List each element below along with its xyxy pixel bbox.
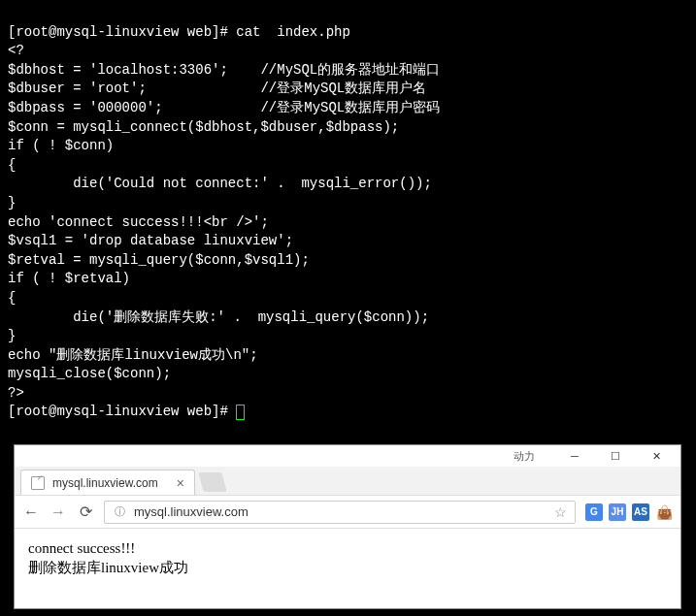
code-line: mysqli_close($conn); — [8, 366, 171, 381]
code-line: $dbhost = 'localhost:3306'; //MySQL的服务器地… — [8, 62, 440, 78]
translate-extension-icon[interactable]: G — [585, 503, 603, 521]
prompt-line-2[interactable]: [root@mysql-linuxview web]# — [8, 404, 236, 419]
code-line: if ( ! $retval) — [8, 271, 130, 286]
new-tab-button[interactable] — [198, 472, 226, 492]
code-line: echo 'connect success!!!<br />'; — [8, 214, 269, 230]
tab-title: mysql.linuxview.com — [52, 476, 167, 490]
prompt-line-1: [root@mysql-linuxview web]# cat index.ph… — [8, 24, 350, 40]
extension-icons: G JH AS 👜 — [585, 503, 673, 521]
code-line: $retval = mysqli_query($conn,$vsql1); — [8, 252, 310, 268]
forward-button[interactable]: → — [50, 503, 67, 521]
page-line-2: 删除数据库linuxview成功 — [28, 558, 667, 577]
code-line: { — [8, 290, 16, 306]
code-line: ?> — [8, 385, 24, 401]
code-line: $dbuser = 'root'; //登录MySQL数据库用户名 — [8, 81, 426, 96]
url-text: mysql.linuxview.com — [134, 504, 547, 519]
jar-extension-icon[interactable]: 👜 — [655, 503, 673, 521]
minimize-button[interactable]: ─ — [554, 446, 595, 466]
close-button[interactable]: ✕ — [636, 446, 677, 466]
jh-extension-icon[interactable]: JH — [609, 503, 626, 521]
browser-tab[interactable]: mysql.linuxview.com × — [20, 470, 195, 495]
terminal-output: [root@mysql-linuxview web]# cat index.ph… — [0, 0, 696, 426]
bookmark-star-icon[interactable]: ☆ — [554, 504, 567, 520]
window-controls: ─ ☐ ✕ — [554, 446, 677, 466]
code-line: die('Could not connect:' . mysqli_error(… — [8, 176, 432, 191]
browser-window: 动力 ─ ☐ ✕ mysql.linuxview.com × ← → ⟳ ⓘ m… — [14, 444, 681, 609]
back-button[interactable]: ← — [22, 503, 40, 521]
page-content: connect success!!! 删除数据库linuxview成功 — [15, 529, 680, 588]
address-bar: ← → ⟳ ⓘ mysql.linuxview.com ☆ G JH AS 👜 — [15, 496, 680, 529]
code-line: if ( ! $conn) — [8, 138, 114, 153]
tabs-bar: mysql.linuxview.com × — [15, 467, 680, 496]
as-extension-icon[interactable]: AS — [632, 503, 649, 521]
reload-button[interactable]: ⟳ — [77, 503, 94, 521]
window-titlebar[interactable]: 动力 ─ ☐ ✕ — [15, 445, 680, 467]
cursor-icon — [236, 405, 245, 420]
url-input[interactable]: ⓘ mysql.linuxview.com ☆ — [104, 501, 576, 524]
code-line: $vsql1 = 'drop database linuxview'; — [8, 233, 293, 248]
code-line: $conn = mysqli_connect($dbhost,$dbuser,$… — [8, 119, 399, 135]
code-line: <? — [8, 43, 24, 58]
code-line: echo "删除数据库linuxview成功\n"; — [8, 347, 258, 363]
page-icon — [31, 476, 45, 490]
tab-close-icon[interactable]: × — [175, 475, 186, 491]
code-line: $dbpass = '000000'; //登录MySQL数据库用户密码 — [8, 100, 440, 115]
code-line: } — [8, 195, 16, 211]
page-line-1: connect success!!! — [28, 538, 667, 558]
code-line: die('删除数据库失败:' . mysqli_query($conn)); — [8, 309, 429, 325]
maximize-button[interactable]: ☐ — [595, 446, 636, 466]
titlebar-text: 动力 — [18, 449, 535, 464]
info-icon[interactable]: ⓘ — [113, 505, 126, 519]
code-line: } — [8, 328, 16, 343]
code-line: { — [8, 157, 16, 173]
